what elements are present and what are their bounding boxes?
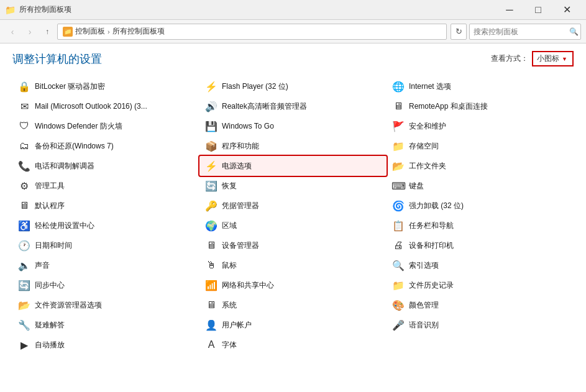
grid-item[interactable]: 👤用户帐户: [199, 315, 387, 335]
refresh-button[interactable]: ↻: [451, 24, 467, 40]
content-header: 调整计算机的设置 查看方式： 小图标 ▼: [12, 51, 574, 66]
main-content: 调整计算机的设置 查看方式： 小图标 ▼ 🔒BitLocker 驱动器加密⚡Fl…: [0, 43, 586, 392]
item-icon: 🔈: [17, 258, 31, 272]
grid-item[interactable]: ✉Mail (Microsoft Outlook 2016) (3...: [12, 96, 199, 116]
grid-item[interactable]: 🖨设备和打印机: [387, 235, 574, 255]
item-icon: 🔄: [204, 179, 218, 193]
grid-item[interactable]: ♿轻松使用设置中心: [12, 216, 199, 235]
grid-item[interactable]: 🖱鼠标: [199, 255, 387, 275]
item-label: 网络和共享中心: [222, 280, 274, 291]
item-label: 用户帐户: [222, 320, 252, 330]
item-icon: 👤: [204, 318, 218, 332]
item-label: Windows To Go: [222, 122, 274, 130]
item-icon: 🖥: [17, 199, 31, 212]
forward-button[interactable]: ›: [22, 24, 37, 39]
item-label: 轻松使用设置中心: [35, 221, 94, 231]
path-part1: 控制面板: [75, 26, 105, 37]
item-label: 系统: [222, 300, 237, 311]
item-label: 语音识别: [409, 320, 439, 330]
grid-item[interactable]: 🔍索引选项: [387, 255, 574, 275]
item-icon: 🔍: [391, 258, 405, 272]
grid-item[interactable]: 🛡Windows Defender 防火墙: [12, 116, 199, 136]
grid-item[interactable]: ⚙管理工具: [12, 176, 199, 196]
item-label: 疑难解答: [35, 320, 65, 330]
item-label: 安全和维护: [409, 121, 446, 132]
grid-item[interactable]: 🔒BitLocker 驱动器加密: [12, 76, 199, 96]
close-button[interactable]: ✕: [552, 0, 581, 20]
item-icon: ⌨: [391, 179, 405, 193]
grid-item[interactable]: 🚩安全和维护: [387, 116, 574, 136]
item-icon: ⚡: [204, 80, 218, 93]
item-icon: 🖥: [204, 298, 218, 312]
grid-item[interactable]: 📋任务栏和导航: [387, 216, 574, 235]
item-icon: 📋: [391, 219, 405, 232]
item-label: 存储空间: [409, 141, 439, 152]
grid-item[interactable]: 🔊Realtek高清晰音频管理器: [199, 96, 387, 116]
item-icon: 🔄: [17, 278, 31, 292]
item-label: 键盘: [409, 181, 424, 191]
item-icon: 📦: [204, 139, 218, 153]
address-path[interactable]: 📁 控制面板 › 所有控制面板项: [57, 24, 447, 40]
grid-item[interactable]: ▶自动播放: [12, 335, 199, 355]
item-label: 颜色管理: [409, 300, 439, 311]
grid-item[interactable]: 🔧疑难解答: [12, 315, 199, 335]
item-icon: 🔧: [17, 318, 31, 332]
grid-item[interactable]: 🔄恢复: [199, 176, 387, 196]
minimize-button[interactable]: ─: [495, 0, 524, 20]
item-icon: 🌀: [391, 199, 405, 212]
item-icon: 🚩: [391, 119, 405, 133]
item-label: Mail (Microsoft Outlook 2016) (3...: [35, 102, 147, 111]
grid-item[interactable]: 📂文件资源管理器选项: [12, 295, 199, 315]
item-icon: 🌐: [391, 80, 405, 93]
grid-item[interactable]: ⚡电源选项: [199, 156, 387, 176]
item-icon: ⚡: [204, 159, 218, 173]
item-label: 电源选项: [222, 161, 252, 171]
page-title: 调整计算机的设置: [12, 52, 102, 66]
grid-item[interactable]: 🎨颜色管理: [387, 295, 574, 315]
item-icon: ✉: [17, 99, 31, 113]
grid-item[interactable]: A字体: [199, 335, 387, 355]
grid-item[interactable]: 🖥设备管理器: [199, 235, 387, 255]
grid-item[interactable]: 🔄同步中心: [12, 275, 199, 295]
item-label: 程序和功能: [222, 141, 259, 152]
items-grid: 🔒BitLocker 驱动器加密⚡Flash Player (32 位)🌐Int…: [12, 76, 574, 355]
grid-item[interactable]: 🖥RemoteApp 和桌面连接: [387, 96, 574, 116]
grid-item[interactable]: 🕐日期和时间: [12, 235, 199, 255]
grid-item[interactable]: 📁文件历史记录: [387, 275, 574, 295]
back-button[interactable]: ‹: [5, 24, 20, 39]
grid-item[interactable]: 🌀强力卸载 (32 位): [387, 196, 574, 216]
item-icon: ♿: [17, 219, 31, 232]
search-box[interactable]: 🔍: [469, 24, 581, 40]
item-icon: 🔒: [17, 80, 31, 93]
search-icon: 🔍: [569, 27, 579, 36]
grid-item[interactable]: 🎤语音识别: [387, 315, 574, 335]
window-title: 所有控制面板项: [19, 4, 71, 15]
grid-item[interactable]: 🌍区域: [199, 216, 387, 235]
grid-item[interactable]: 📦程序和功能: [199, 136, 387, 156]
grid-item[interactable]: ⌨键盘: [387, 176, 574, 196]
grid-item[interactable]: ⚡Flash Player (32 位): [199, 76, 387, 96]
grid-item[interactable]: 💾Windows To Go: [199, 116, 387, 136]
search-input[interactable]: [474, 27, 567, 36]
item-icon: 🖨: [391, 239, 405, 252]
grid-item[interactable]: 🌐Internet 选项: [387, 76, 574, 96]
grid-item[interactable]: 📂工作文件夹: [387, 156, 574, 176]
up-button[interactable]: ↑: [40, 24, 55, 39]
maximize-button[interactable]: □: [524, 0, 552, 20]
item-label: 索引选项: [409, 260, 439, 271]
item-label: 字体: [222, 340, 237, 350]
grid-item[interactable]: 📁存储空间: [387, 136, 574, 156]
grid-item[interactable]: 🗂备份和还原(Windows 7): [12, 136, 199, 156]
grid-item[interactable]: 📞电话和调制解调器: [12, 156, 199, 176]
item-label: 设备和打印机: [409, 240, 454, 251]
item-icon: 📁: [391, 278, 405, 292]
grid-item[interactable]: 🔈声音: [12, 255, 199, 275]
grid-item[interactable]: 🖥系统: [199, 295, 387, 315]
address-bar: ‹ › ↑ 📁 控制面板 › 所有控制面板项 ↻ 🔍: [0, 20, 586, 43]
grid-item[interactable]: 📶网络和共享中心: [199, 275, 387, 295]
grid-item[interactable]: 🖥默认程序: [12, 196, 199, 216]
view-dropdown[interactable]: 小图标 ▼: [532, 51, 574, 66]
grid-item[interactable]: 🔑凭据管理器: [199, 196, 387, 216]
item-label: BitLocker 驱动器加密: [35, 81, 105, 92]
item-label: RemoteApp 和桌面连接: [409, 101, 488, 112]
